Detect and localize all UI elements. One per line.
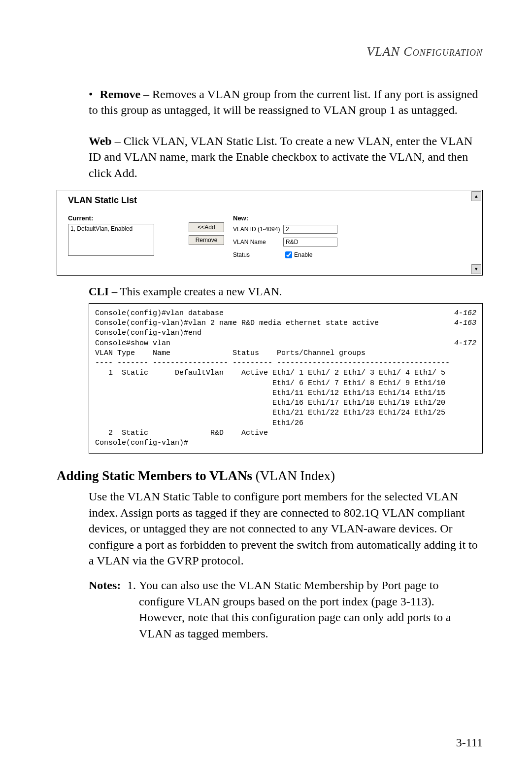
current-listbox[interactable]: 1, DefaultVlan, Enabled xyxy=(68,224,154,256)
cli-output: Console(config)#vlan database4-162 Conso… xyxy=(89,303,483,454)
section-paragraph: Use the VLAN Static Table to configure p… xyxy=(89,489,483,568)
current-item[interactable]: 1, DefaultVlan, Enabled xyxy=(70,225,152,232)
note-text: You can also use the VLAN Static Members… xyxy=(139,577,483,641)
remove-bullet: • Remove – Removes a VLAN group from the… xyxy=(89,86,483,118)
scroll-up-icon[interactable]: ▴ xyxy=(471,191,481,201)
remove-text: – Removes a VLAN group from the current … xyxy=(89,88,478,116)
status-label: Status xyxy=(233,251,283,258)
page-header: VLAN Configuration xyxy=(57,44,483,59)
page-number: 3-111 xyxy=(456,736,483,749)
notes-label: Notes: xyxy=(89,577,127,641)
current-label: Current: xyxy=(68,214,189,222)
cli-label: CLI xyxy=(89,285,109,298)
remove-label: Remove xyxy=(100,88,140,101)
heading-rest: (VLAN Index) xyxy=(252,468,335,483)
enable-label: Enable xyxy=(294,251,312,258)
heading-bold: Adding Static Members to VLANs xyxy=(57,468,252,483)
vlanname-label: VLAN Name xyxy=(233,239,283,246)
web-paragraph: Web – Click VLAN, VLAN Static List. To c… xyxy=(89,133,483,181)
enable-checkbox[interactable] xyxy=(285,251,292,258)
vlanname-input[interactable] xyxy=(283,238,337,246)
vlan-static-list-screenshot: ▴ ▾ VLAN Static List Current: 1, Default… xyxy=(57,190,483,276)
vlanid-label: VLAN ID (1-4094) xyxy=(233,226,283,233)
web-text: – Click VLAN, VLAN Static List. To creat… xyxy=(89,135,472,179)
notes-block: Notes: 1. You can also use the VLAN Stat… xyxy=(89,577,483,641)
vlanid-input[interactable] xyxy=(283,225,337,234)
cli-text: – This example creates a new VLAN. xyxy=(109,285,282,298)
remove-button[interactable]: Remove xyxy=(189,235,224,245)
add-button[interactable]: <<Add xyxy=(189,222,224,232)
section-heading: Adding Static Members to VLANs (VLAN Ind… xyxy=(57,468,483,484)
screenshot-title: VLAN Static List xyxy=(68,195,467,206)
web-label: Web xyxy=(89,135,112,147)
cli-paragraph: CLI – This example creates a new VLAN. xyxy=(89,285,483,298)
scroll-down-icon[interactable]: ▾ xyxy=(471,264,481,274)
note-number: 1. xyxy=(127,577,139,641)
new-label: New: xyxy=(233,214,467,222)
